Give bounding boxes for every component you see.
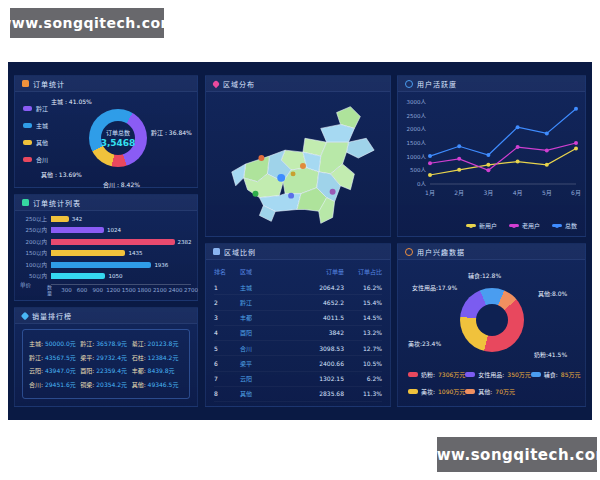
interest-donut-center [476, 304, 508, 336]
ranking-item[interactable]: 合川: 29451.6元 [29, 380, 80, 389]
x-tick-label: 4月 [513, 189, 523, 197]
bar [51, 216, 69, 222]
table-row[interactable]: 1主城2064.2316.2% [214, 280, 382, 295]
order-donut-legend: 黔江主城其他合川 [23, 104, 48, 164]
order-bar-chart[interactable]: 250以上342250以内1024200以内2382150以内1435100以内… [21, 215, 191, 280]
interest-legend-item[interactable]: 美妆: 1090万元 [408, 387, 465, 396]
line-series[interactable] [430, 143, 576, 170]
cell-region: 黔江 [240, 298, 288, 307]
ranking-item[interactable]: 石柱: 12384.2元 [132, 353, 183, 362]
data-point[interactable] [516, 160, 520, 164]
data-point[interactable] [428, 154, 432, 158]
ranking-name: 丰都: [132, 367, 148, 374]
panel-user-activity-header: 用户活跃度 [398, 76, 585, 92]
ranking-item[interactable]: 铜梁: 20354.2元 [80, 380, 131, 389]
data-point[interactable] [574, 141, 578, 145]
interest-legend-value: 70万元 [495, 387, 515, 396]
ranking-item[interactable]: 黔江: 43567.5元 [29, 353, 80, 362]
slice-label: 合川 : 8.42% [103, 180, 140, 189]
ranking-name: 酉阳: [80, 367, 96, 374]
table-row[interactable]: 7云阳1302.156.2% [214, 372, 382, 387]
table-row[interactable]: 4酉阳384213.2% [214, 326, 382, 341]
legend-item[interactable]: 主城 [23, 121, 48, 130]
ranking-item[interactable]: 綦江: 20123.8元 [132, 339, 183, 348]
bar-category-label: 200以内 [21, 238, 51, 246]
legend-item[interactable]: 合川 [23, 155, 48, 164]
legend-item[interactable]: 黔江 [23, 104, 48, 113]
slice-label: 奶粉:41.5% [534, 350, 567, 359]
data-point[interactable] [457, 144, 461, 148]
axis-tick-label: 2400 [168, 287, 182, 293]
ratio-icon [213, 248, 220, 255]
bar-row[interactable]: 250以内1024 [21, 227, 191, 234]
data-point[interactable] [545, 148, 549, 152]
data-point[interactable] [486, 168, 490, 172]
line-legend-item[interactable]: 老用户 [509, 221, 540, 230]
bar-row[interactable]: 150以内1435 [21, 250, 191, 257]
bar-axis: 300600900120015001800210024002700 [51, 284, 191, 297]
axis-tick-label: 2100 [153, 287, 167, 293]
ranking-value: 29732.4元 [96, 354, 127, 361]
panel-order-list-header: 订单统计列表 [15, 195, 197, 211]
line-legend-dot [512, 224, 516, 228]
panel-order-stats-header: 订单统计 [15, 76, 197, 92]
data-point[interactable] [457, 157, 461, 161]
data-point[interactable] [516, 145, 520, 149]
bar-row[interactable]: 250以上342 [21, 215, 191, 222]
ranking-item[interactable]: 其他: 49346.5元 [132, 380, 183, 389]
x-tick-label: 1月 [425, 189, 435, 197]
data-point[interactable] [545, 131, 549, 135]
legend-label: 黔江 [36, 104, 48, 113]
panel-title: 区域分布 [223, 79, 255, 89]
data-point[interactable] [574, 146, 578, 150]
interest-legend-item[interactable]: 奶粉: 7306万元 [408, 370, 465, 379]
ranking-name: 云阳: [29, 367, 45, 374]
data-point[interactable] [516, 125, 520, 129]
table-row[interactable]: 3丰都4011.514.5% [214, 311, 382, 326]
bar-category-label: 250以上 [21, 215, 51, 223]
table-row[interactable]: 8其他2835.6811.3% [214, 387, 382, 402]
ranking-value: 43947.0元 [45, 367, 76, 374]
ranking-item[interactable]: 酉阳: 22359.4元 [80, 366, 131, 375]
line-legend-label: 新用户 [479, 221, 497, 230]
line-legend-item[interactable]: 总数 [552, 221, 577, 230]
data-point[interactable] [486, 163, 490, 167]
interest-legend-value: 7306万元 [438, 370, 465, 379]
bar-track: 1050 [51, 273, 191, 279]
bar-category-label: 100以内 [21, 261, 51, 269]
interest-legend-name: 美妆: [421, 387, 435, 396]
data-point[interactable] [486, 153, 490, 157]
line-series[interactable] [430, 148, 576, 175]
activity-line-chart[interactable]: 0人500人1000人1500人2000人2500人3000人1月2月3月4月5… [400, 92, 585, 214]
line-legend-item[interactable]: 新用户 [466, 221, 497, 230]
data-point[interactable] [428, 173, 432, 177]
line-legend-label: 老用户 [522, 221, 540, 230]
bar-row[interactable]: 50以内1050 [21, 273, 191, 280]
table-row[interactable]: 2黔江4652.215.4% [214, 295, 382, 310]
ranking-item[interactable]: 云阳: 43947.0元 [29, 366, 80, 375]
data-point[interactable] [457, 168, 461, 172]
interest-legend-item[interactable]: 女性用品: 350万元 [465, 370, 530, 379]
chongqing-map[interactable] [210, 94, 388, 234]
legend-item[interactable]: 其他 [23, 138, 48, 147]
interest-legend-swatch [408, 372, 418, 377]
bar-row[interactable]: 200以内2382 [21, 238, 191, 245]
data-point[interactable] [428, 161, 432, 165]
ranking-item[interactable]: 梁平: 29732.4元 [80, 353, 131, 362]
cell-rank: 8 [214, 390, 240, 397]
table-row[interactable]: 6梁平2400.6610.5% [214, 356, 382, 371]
cell-order-amount: 4652.2 [288, 299, 344, 306]
table-row[interactable]: 5合川3098.5312.7% [214, 341, 382, 356]
interest-legend-swatch [465, 372, 475, 377]
data-point[interactable] [545, 163, 549, 167]
axis-tick-label: 1500 [122, 287, 136, 293]
slice-label: 美妆:23.4% [408, 339, 441, 348]
bar-value-label: 1024 [107, 227, 121, 233]
interest-legend-item[interactable]: 辅食: 85万元 [531, 370, 581, 379]
ranking-item[interactable]: 主城: 50000.0元 [29, 339, 80, 348]
data-point[interactable] [574, 107, 578, 111]
bar-row[interactable]: 100以内1936 [21, 261, 191, 268]
ranking-item[interactable]: 黔江: 36578.9元 [80, 339, 131, 348]
interest-legend-item[interactable]: 其他: 70万元 [465, 387, 530, 396]
ranking-item[interactable]: 丰都: 8439.8元 [132, 366, 183, 375]
